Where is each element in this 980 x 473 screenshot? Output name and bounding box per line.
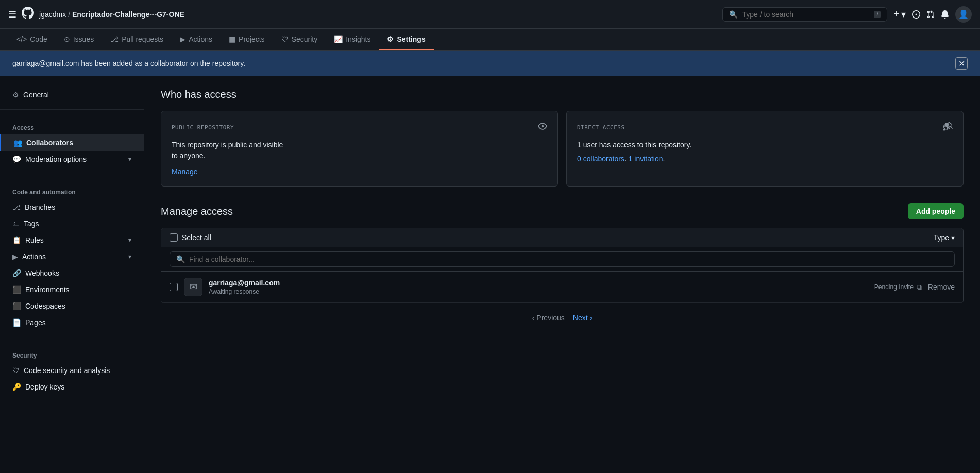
notifications-button[interactable] xyxy=(941,10,949,19)
sidebar: ⚙ General Access 👥 Collaborators 💬 Moder… xyxy=(0,76,144,473)
sidebar-item-tags[interactable]: 🏷 Tags xyxy=(0,215,144,232)
tab-security[interactable]: 🛡 Security xyxy=(273,29,326,50)
notification-banner: garriaga@gmail.com has been added as a c… xyxy=(0,51,980,76)
code-automation-section-label: Code and automation xyxy=(0,180,144,199)
collab-info: garriaga@gmail.com Awaiting response xyxy=(209,279,868,295)
tab-code[interactable]: </> Code xyxy=(8,29,56,50)
pullreq-icon: ⎇ xyxy=(110,35,119,43)
issues-icon: ⊙ xyxy=(64,35,70,43)
pagination: ‹ Previous Next › xyxy=(161,303,964,326)
public-repo-desc: This repository is public and visible to… xyxy=(172,140,547,161)
sidebar-item-collaborators[interactable]: 👥 Collaborators xyxy=(0,134,144,151)
banner-text: garriaga@gmail.com has been added as a c… xyxy=(12,59,245,67)
add-people-button[interactable]: Add people xyxy=(908,203,964,219)
sidebar-item-deploy-keys[interactable]: 🔑 Deploy keys xyxy=(0,379,144,395)
sidebar-item-branches[interactable]: ⎇ Branches xyxy=(0,199,144,215)
access-cards: PUBLIC REPOSITORY This repository is pub… xyxy=(161,111,964,187)
search-icon: 🔍 xyxy=(729,10,738,19)
public-repository-card: PUBLIC REPOSITORY This repository is pub… xyxy=(161,111,558,187)
collaborators-link[interactable]: 0 collaborators xyxy=(577,155,624,163)
sidebar-item-actions[interactable]: ▶ Actions ▾ xyxy=(0,248,144,265)
chevron-down-icon-actions: ▾ xyxy=(128,253,131,260)
moderation-icon: 💬 xyxy=(12,155,21,163)
public-repo-label: PUBLIC REPOSITORY xyxy=(172,124,234,131)
select-all-checkbox[interactable] xyxy=(170,233,178,242)
breadcrumb-separator: / xyxy=(68,10,70,19)
invitation-link[interactable]: 1 invitation xyxy=(629,155,663,163)
manage-access-title: Manage access xyxy=(161,206,233,217)
settings-icon: ⚙ xyxy=(387,35,394,43)
collab-badge: Pending Invite ⧉ xyxy=(874,283,922,292)
hamburger-button[interactable]: ☰ xyxy=(8,9,16,20)
avatar[interactable]: 👤 xyxy=(955,6,972,23)
search-shortcut: / xyxy=(874,11,881,18)
next-button[interactable]: Next › xyxy=(573,314,592,322)
tab-pullreqs[interactable]: ⎇ Pull requests xyxy=(102,29,172,50)
nav-left: ☰ jgacdmx / Encriptador-Challenge---G7-O… xyxy=(8,7,716,22)
sidebar-item-general[interactable]: ⚙ General xyxy=(0,87,144,103)
type-filter-label: Type xyxy=(934,233,949,242)
code-icon: </> xyxy=(16,35,27,43)
find-collaborator-input[interactable] xyxy=(189,255,948,263)
sidebar-item-moderation[interactable]: 💬 Moderation options ▾ xyxy=(0,151,144,167)
pullreq-nav-button[interactable] xyxy=(926,10,935,19)
collab-status: Awaiting response xyxy=(209,288,868,295)
codespaces-icon: ⬛ xyxy=(12,302,21,310)
copy-icon[interactable]: ⧉ xyxy=(917,283,922,292)
access-table: Select all Type ▾ 🔍 ✉ garriaga@gm xyxy=(161,228,964,303)
pending-invite-label: Pending Invite xyxy=(874,283,914,291)
webhooks-icon: 🔗 xyxy=(12,269,21,277)
direct-access-card: DIRECT ACCESS 1 user has access to this … xyxy=(566,111,964,187)
tab-insights[interactable]: 📈 Insights xyxy=(326,29,379,50)
gear-icon: ⚙ xyxy=(12,91,19,99)
collab-checkbox[interactable] xyxy=(170,283,178,291)
sidebar-item-rules[interactable]: 📋 Rules ▾ xyxy=(0,232,144,248)
insights-icon: 📈 xyxy=(334,35,343,43)
tab-settings[interactable]: ⚙ Settings xyxy=(379,29,433,50)
manage-link[interactable]: Manage xyxy=(172,167,198,176)
plus-icon: + xyxy=(893,9,899,20)
dropdown-icon: ▾ xyxy=(901,9,906,20)
breadcrumb-repo[interactable]: Encriptador-Challenge---G7-ONE xyxy=(72,10,184,19)
prev-button[interactable]: ‹ Previous xyxy=(532,314,565,322)
type-filter-chevron-icon: ▾ xyxy=(951,233,955,242)
sidebar-divider-2 xyxy=(0,174,144,174)
sidebar-item-webhooks[interactable]: 🔗 Webhooks xyxy=(0,265,144,281)
collab-avatar: ✉ xyxy=(184,278,202,296)
pages-icon: 📄 xyxy=(12,318,21,327)
projects-icon: ▦ xyxy=(229,35,235,43)
sidebar-item-environments[interactable]: ⬛ Environments xyxy=(0,281,144,298)
sidebar-divider-3 xyxy=(0,337,144,337)
security-section-label: Security xyxy=(0,344,144,362)
sidebar-item-pages[interactable]: 📄 Pages xyxy=(0,314,144,331)
tab-actions[interactable]: ▶ Actions xyxy=(172,29,221,50)
tab-projects[interactable]: ▦ Projects xyxy=(221,29,273,50)
next-label: Next xyxy=(573,314,588,322)
sidebar-divider xyxy=(0,109,144,110)
branch-icon: ⎇ xyxy=(12,203,21,211)
tab-issues[interactable]: ⊙ Issues xyxy=(56,29,102,50)
who-has-access-title: Who has access xyxy=(161,89,964,100)
collaborator-row: ✉ garriaga@gmail.com Awaiting response P… xyxy=(161,272,963,303)
manage-access-header: Manage access Add people xyxy=(161,203,964,219)
github-logo-icon[interactable] xyxy=(22,7,34,22)
global-search-bar[interactable]: 🔍 / xyxy=(722,7,887,22)
breadcrumb-owner[interactable]: jgacdmx xyxy=(39,10,66,19)
new-button[interactable]: + ▾ xyxy=(893,9,906,20)
issues-nav-button[interactable] xyxy=(912,10,920,19)
sidebar-item-codespaces[interactable]: ⬛ Codespaces xyxy=(0,298,144,314)
people-access-icon xyxy=(943,122,953,133)
table-toolbar: Select all Type ▾ xyxy=(161,228,963,247)
search-collaborator-inner: 🔍 xyxy=(170,251,955,267)
access-section-label: Access xyxy=(0,116,144,134)
type-filter[interactable]: Type ▾ xyxy=(934,233,955,242)
sidebar-item-code-security[interactable]: 🛡 Code security and analysis xyxy=(0,362,144,379)
search-input[interactable] xyxy=(742,10,870,19)
select-all-label: Select all xyxy=(182,233,211,242)
direct-access-desc: 1 user has access to this repository. xyxy=(577,140,953,150)
rules-icon: 📋 xyxy=(12,236,21,244)
environments-icon: ⬛ xyxy=(12,285,21,294)
banner-close-button[interactable]: ✕ xyxy=(955,57,968,70)
remove-link[interactable]: Remove xyxy=(928,283,955,291)
tag-icon: 🏷 xyxy=(12,219,20,228)
